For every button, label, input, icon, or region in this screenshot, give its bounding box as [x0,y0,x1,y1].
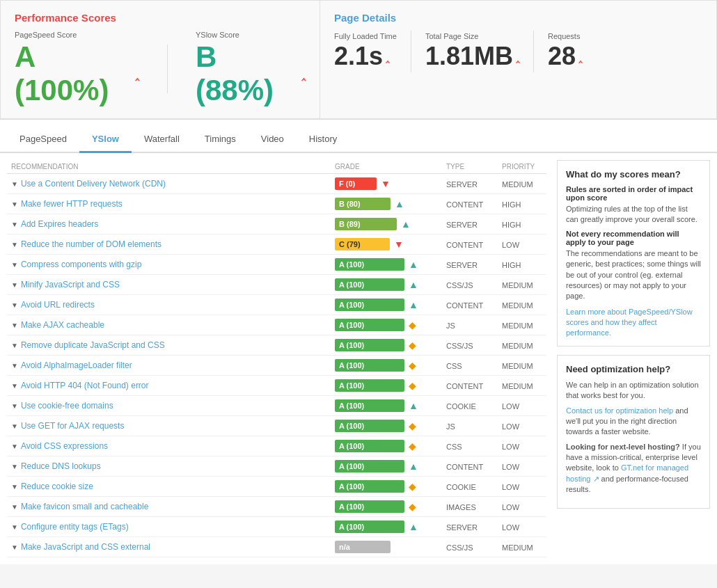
grade-bar: A (100) [335,399,404,412]
scores-row: PageSpeed Score A (100%) ‸ YSlow Score B… [15,31,306,107]
rec-name[interactable]: ▼ Use cookie-free domains [11,401,326,411]
grade-bar-wrap: C (79)▼ [335,238,438,251]
rec-name[interactable]: ▼ Add Expires headers [11,219,326,229]
table-row: ▼ Avoid URL redirectsA (100)▲CONTENTMEDI… [7,295,546,315]
toggle-icon: ▼ [11,483,18,491]
rec-name[interactable]: ▼ Avoid CSS expressions [11,441,326,451]
tab-pagespeed[interactable]: PageSpeed [7,127,79,153]
yslow-label: YSlow Score [196,31,306,39]
priority-text: LOW [502,443,519,451]
optimization-help-text2: Contact us for optimization help and we'… [566,406,701,438]
grade-up-icon: ▲ [401,218,411,230]
grade-bar: A (100) [335,359,404,372]
toggle-icon: ▼ [11,342,18,349]
toggle-icon: ▼ [11,463,18,470]
grade-bar-wrap: F (0)▼ [335,177,438,190]
rec-name[interactable]: ▼ Use GET for AJAX requests [11,421,326,431]
type-text: CONTENT [446,200,483,209]
grade-up-icon: ▲ [409,279,418,290]
type-text: SERVER [446,523,478,532]
tab-yslow[interactable]: YSlow [79,127,132,153]
grade-bar-wrap: B (80)▲ [335,198,438,210]
scores-info-bold1: Rules are sorted in order of impact upon… [566,185,701,202]
grade-up-icon: ▲ [409,461,418,472]
recommendations-table: RECOMMENDATION GRADE TYPE PRIORITY ▼ Use… [7,160,546,557]
content-area: RECOMMENDATION GRADE TYPE PRIORITY ▼ Use… [0,153,717,564]
tab-timings[interactable]: Timings [192,127,249,153]
rec-name[interactable]: ▼ Make AJAX cacheable [11,320,326,330]
type-text: CONTENT [446,463,483,471]
rec-name[interactable]: ▼ Compress components with gzip [11,260,326,269]
toggle-icon: ▼ [11,261,18,269]
priority-text: MEDIUM [502,342,533,350]
priority-text: LOW [502,402,519,411]
type-text: CSS [446,362,462,370]
rec-name[interactable]: ▼ Avoid HTTP 404 (Not Found) error [11,381,326,390]
table-row: ▼ Add Expires headersB (89)▲SERVERHIGH [7,214,546,235]
rec-name[interactable]: ▼ Use a Content Delivery Network (CDN) [11,179,326,189]
toggle-icon: ▼ [11,200,18,208]
col-priority: PRIORITY [498,160,546,174]
grade-bar-wrap: A (100)◆ [335,359,438,372]
scores-info-title: What do my scores mean? [566,169,701,180]
rec-name[interactable]: ▼ Remove duplicate JavaScript and CSS [11,340,326,350]
grade-diamond-icon: ◆ [409,481,416,492]
table-row: ▼ Use GET for AJAX requestsA (100)◆JSLOW [7,416,546,436]
grade-bar-wrap: A (100)◆ [335,500,438,513]
rec-name[interactable]: ▼ Avoid URL redirects [11,300,326,310]
table-row: ▼ Compress components with gzipA (100)▲S… [7,255,546,275]
size-trend-icon: ‸ [516,50,519,63]
pagespeed-trend-icon: ‸ [135,66,139,81]
loaded-time-block: Fully Loaded Time 2.1s ‸ [334,32,397,71]
rec-name[interactable]: ▼ Reduce cookie size [11,482,326,491]
toggle-icon: ▼ [11,503,18,511]
grade-bar-wrap: A (100)▲ [335,460,438,472]
grade-bar: A (100) [335,500,404,513]
toggle-icon: ▼ [11,422,18,430]
page-details-title: Page Details [334,12,702,24]
table-row: ▼ Make JavaScript and CSS externaln/aCSS… [7,537,546,557]
priority-text: LOW [502,422,519,431]
grade-up-icon: ▲ [409,259,418,270]
top-section: Performance Scores PageSpeed Score A (10… [0,0,717,120]
tab-waterfall[interactable]: Waterfall [132,127,192,153]
grade-diamond-icon: ◆ [409,319,416,331]
rec-name[interactable]: ▼ Reduce DNS lookups [11,461,326,471]
grade-diamond-icon: ◆ [409,380,416,391]
loaded-value: 2.1s ‸ [334,42,397,71]
priority-text: HIGH [502,200,521,209]
sidebar-section: What do my scores mean? Rules are sorted… [557,160,710,557]
priority-text: LOW [502,503,519,511]
priority-text: HIGH [502,221,521,229]
type-text: CONTENT [446,382,483,390]
priority-text: LOW [502,523,519,532]
grade-bar: A (100) [335,460,404,472]
requests-trend-icon: ‸ [578,50,582,63]
table-row: ▼ Reduce the number of DOM elementsC (79… [7,235,546,255]
rec-name[interactable]: ▼ Make JavaScript and CSS external [11,542,326,552]
scores-learn-more-link[interactable]: Learn more about PageSpeed/YSlow scores … [566,308,693,337]
tab-history[interactable]: History [297,127,349,153]
grade-bar-wrap: A (100)◆ [335,440,438,452]
grade-bar-wrap: A (100)▲ [335,521,438,533]
grade-diamond-icon: ◆ [409,501,416,512]
grade-bar: A (100) [335,319,404,331]
rec-name[interactable]: ▼ Make favicon small and cacheable [11,502,326,511]
pagespeed-value: A (100%) ‸ [15,40,139,107]
rec-name[interactable]: ▼ Reduce the number of DOM elements [11,239,326,249]
rec-name[interactable]: ▼ Avoid AlphaImageLoader filter [11,360,326,370]
loaded-label: Fully Loaded Time [334,32,397,40]
priority-text: LOW [502,241,519,249]
grade-bar-wrap: n/a [335,541,438,553]
grade-bar: A (100) [335,480,404,493]
type-text: COOKIE [446,483,476,491]
toggle-icon: ▼ [11,443,18,450]
grade-down-icon: ▼ [381,178,391,189]
rec-name[interactable]: ▼ Minify JavaScript and CSS [11,280,326,289]
grade-diamond-icon: ◆ [409,440,416,452]
rec-name[interactable]: ▼ Configure entity tags (ETags) [11,522,326,532]
contact-optimization-link[interactable]: Contact us for optimization help [566,406,673,415]
tab-video[interactable]: Video [249,127,297,153]
rec-name[interactable]: ▼ Make fewer HTTP requests [11,199,326,209]
table-row: ▼ Avoid CSS expressionsA (100)◆CSSLOW [7,436,546,456]
